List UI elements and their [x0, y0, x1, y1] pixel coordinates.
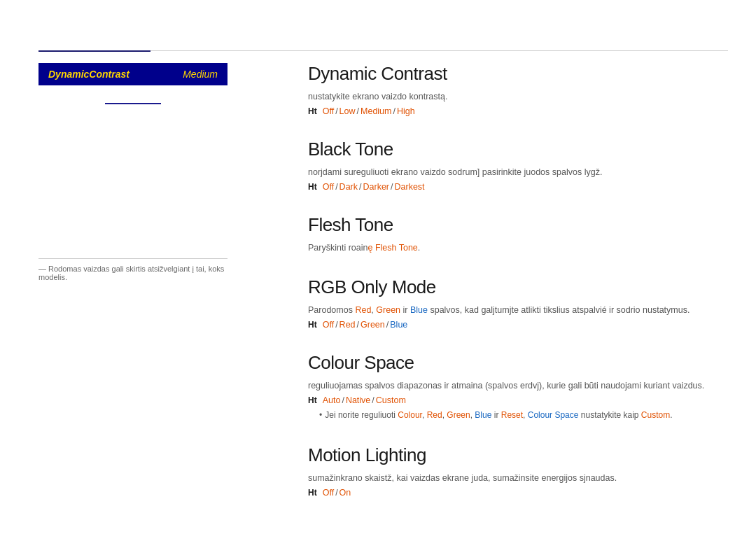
section-desc-flesh-tone: Paryškinti roainę Flesh Tone.	[308, 241, 728, 255]
opt-custom-cs[interactable]: Custom	[376, 395, 406, 405]
ht-label-4: Ht	[308, 395, 317, 405]
opt-medium-dc[interactable]: Medium	[360, 106, 391, 116]
section-options-dynamic-contrast: Ht Off / Low / Medium / High	[308, 106, 728, 116]
colour-space-bullet-note: • Jei norite reguliuoti Colour, Red, Gre…	[308, 409, 728, 422]
opt-native-cs[interactable]: Native	[346, 395, 370, 405]
slider-indicator	[105, 103, 161, 104]
section-rgb-only: RGB Only Mode Parodomos Red, Green ir Bl…	[308, 276, 728, 330]
section-options-black-tone: Ht Off / Dark / Darker / Darkest	[308, 182, 728, 192]
ht-label-5: Ht	[308, 488, 317, 498]
opt-off-ml[interactable]: Off	[323, 488, 334, 498]
opt-on-ml[interactable]: On	[340, 488, 351, 498]
sidebar-note: — Rodomas vaizdas gali skirtis atsižvelg…	[38, 258, 227, 281]
ht-label-3: Ht	[308, 320, 317, 330]
section-title-colour-space: Colour Space	[308, 352, 728, 374]
ht-label-0: Ht	[308, 106, 317, 116]
slider-container	[38, 99, 227, 104]
opt-darker-bt[interactable]: Darker	[363, 182, 390, 192]
opt-low-dc[interactable]: Low	[340, 106, 356, 116]
opt-off-bt[interactable]: Off	[323, 182, 334, 192]
active-menu-item[interactable]: DynamicContrast Medium	[38, 63, 227, 85]
top-accent-line	[38, 50, 150, 52]
opt-blue-rgb[interactable]: Blue	[390, 320, 407, 330]
section-desc-black-tone: norjdami sureguliuoti ekrano vaizdo sodr…	[308, 166, 728, 179]
section-black-tone: Black Tone norjdami sureguliuoti ekrano …	[308, 139, 728, 192]
section-colour-space: Colour Space reguliuojamas spalvos diapa…	[308, 352, 728, 422]
section-options-rgb-only: Ht Off / Red / Green / Blue	[308, 320, 728, 330]
flesh-tone-link[interactable]: ę Flesh Tone	[368, 243, 417, 253]
section-desc-rgb-only: Parodomos Red, Green ir Blue spalvos, ka…	[308, 304, 728, 317]
section-desc-motion-lighting: sumažinkrano skaistž, kai vaizdas ekrane…	[308, 472, 728, 485]
section-title-flesh-tone: Flesh Tone	[308, 214, 728, 236]
opt-high-dc[interactable]: High	[397, 106, 415, 116]
section-desc-dynamic-contrast: nustatykite ekrano vaizdo kontrastą.	[308, 90, 728, 104]
sidebar-note-text: — Rodomas vaizdas gali skirtis atsižvelg…	[38, 265, 227, 281]
section-desc-colour-space: reguliuojamas spalvos diapazonas ir atma…	[308, 379, 728, 393]
section-title-motion-lighting: Motion Lighting	[308, 444, 728, 466]
opt-auto-cs[interactable]: Auto	[323, 395, 341, 405]
opt-dark-bt[interactable]: Dark	[340, 182, 358, 192]
opt-green-rgb[interactable]: Green	[360, 320, 385, 330]
section-title-black-tone: Black Tone	[308, 139, 728, 160]
main-content: Dynamic Contrast nustatykite ekrano vaiz…	[308, 63, 728, 520]
ht-label-1: Ht	[308, 182, 317, 192]
section-title-rgb-only: RGB Only Mode	[308, 276, 728, 298]
opt-darkest-bt[interactable]: Darkest	[395, 182, 425, 192]
section-dynamic-contrast: Dynamic Contrast nustatykite ekrano vaiz…	[308, 63, 728, 116]
section-flesh-tone: Flesh Tone Paryškinti roainę Flesh Tone.	[308, 214, 728, 255]
menu-item-label: DynamicContrast	[48, 69, 130, 80]
section-motion-lighting: Motion Lighting sumažinkrano skaistž, ka…	[308, 444, 728, 498]
section-options-motion-lighting: Ht Off / On	[308, 488, 728, 498]
opt-red-rgb[interactable]: Red	[340, 320, 356, 330]
opt-off-dc[interactable]: Off	[323, 106, 334, 116]
sidebar: DynamicContrast Medium — Rodomas vaizdas…	[38, 63, 241, 281]
menu-item-value: Medium	[183, 69, 218, 80]
opt-off-rgb[interactable]: Off	[323, 320, 334, 330]
section-options-colour-space: Ht Auto / Native / Custom	[308, 395, 728, 405]
section-title-dynamic-contrast: Dynamic Contrast	[308, 63, 728, 85]
custom-link-bullet[interactable]: Custom	[641, 410, 670, 420]
